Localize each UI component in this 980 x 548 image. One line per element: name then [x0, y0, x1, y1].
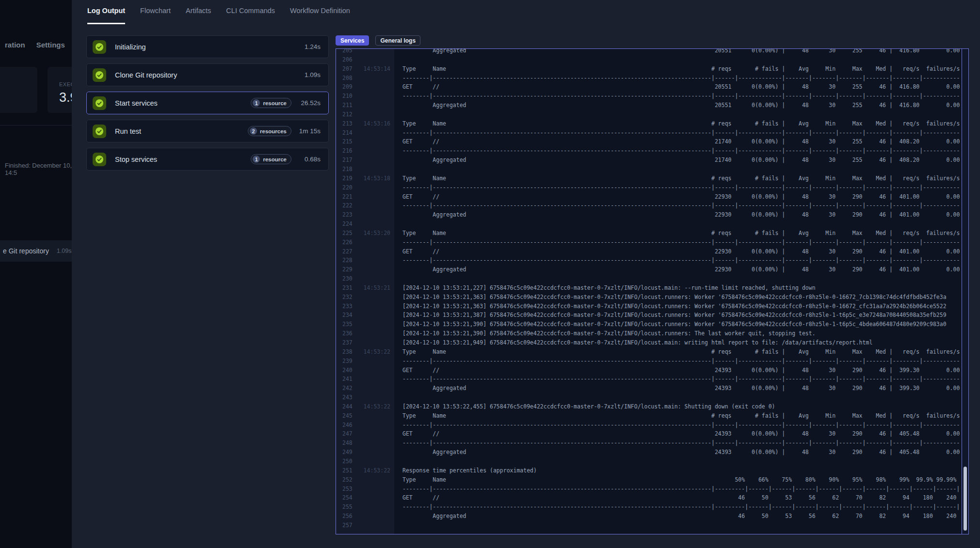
log-line: 206 — [336, 55, 962, 64]
log-line-gutter: 233 — [336, 302, 394, 311]
step-card[interactable]: Run test 2 resources 1m 15s — [86, 120, 329, 142]
log-line-gutter: 206 — [336, 55, 394, 64]
check-icon — [93, 68, 106, 82]
tab-label: Log Output — [87, 7, 125, 15]
log-line: 208--------|----------------------------… — [336, 74, 962, 83]
log-line: 228--------|----------------------------… — [336, 256, 962, 265]
log-text: GET // 21740 0(0.00%) | 48 30 255 46 | 4… — [394, 137, 962, 146]
log-line: 211 Aggregated 20551 0(0.00%) | 48 30 25… — [336, 101, 962, 110]
log-line-gutter: 222 — [336, 201, 394, 210]
log-line: 246--------|----------------------------… — [336, 421, 962, 430]
log-line-gutter: 216 — [336, 146, 394, 156]
log-line-gutter: 242 — [336, 384, 394, 393]
log-filter-button[interactable]: Services — [336, 35, 369, 46]
log-line: 254GET // 46 50 53 56 62 70 82 94 180 24… — [336, 493, 962, 502]
line-number: 253 — [342, 485, 353, 494]
log-text: Response time percentiles (approximated) — [394, 466, 962, 475]
step-card[interactable]: Stop services 1 resource 0.68s — [86, 148, 329, 171]
step-duration: 1.24s — [298, 43, 321, 50]
step-label: Start services — [115, 99, 251, 107]
log-line: 256 Aggregated 46 50 53 56 62 70 82 94 1… — [336, 512, 962, 521]
line-number: 242 — [342, 384, 353, 393]
log-line-gutter: 220 — [336, 183, 394, 192]
tab[interactable]: Flowchart — [140, 7, 171, 24]
step-label: Stop services — [115, 156, 251, 163]
log-line-gutter: 20714:53:14 — [336, 64, 394, 74]
log-text: [2024-12-10 13:53:22,455] 6758476c5c09e4… — [394, 402, 962, 411]
log-line: 221GET // 22930 0(0.00%) | 48 30 290 46 … — [336, 192, 962, 202]
step-duration: 1.09s — [298, 71, 321, 78]
step-card[interactable]: Start services 1 resource 26.52s — [86, 92, 329, 114]
line-number: 217 — [342, 156, 353, 165]
tab[interactable]: Workflow Definition — [290, 7, 350, 24]
resource-count-badge: 2 resources — [248, 126, 291, 136]
log-line-gutter: 25114:53:22 — [336, 466, 394, 475]
scrollbar-thumb[interactable] — [964, 467, 967, 531]
line-number: 221 — [342, 192, 353, 202]
tab-bar: Log Output Flowchart Artifacts CLI Comma… — [72, 0, 980, 24]
log-text: --------|-------------------------------… — [394, 256, 962, 265]
line-number: 210 — [342, 92, 353, 101]
line-number: 252 — [342, 475, 353, 485]
log-filter-button[interactable]: General logs — [375, 35, 420, 46]
log-text — [394, 274, 962, 283]
line-number: 230 — [342, 274, 353, 283]
tab[interactable]: CLI Commands — [226, 7, 275, 24]
log-text: Aggregated 21740 0(0.00%) | 48 30 255 46… — [394, 156, 962, 165]
log-line-gutter: 221 — [336, 192, 394, 202]
tab[interactable]: Artifacts — [186, 7, 211, 24]
log-text: Type Name # reqs # fails | Avg Min Max M… — [394, 64, 962, 74]
log-text: [2024-12-10 13:53:21,363] 6758476c5c09e4… — [394, 302, 962, 311]
log-line: 220--------|----------------------------… — [336, 183, 962, 192]
line-number: 256 — [342, 512, 353, 521]
scrollbar[interactable] — [962, 49, 968, 534]
line-number: 214 — [342, 128, 353, 138]
log-line-gutter: 211 — [336, 101, 394, 110]
timestamp: 14:53:18 — [364, 174, 390, 183]
log-text: [2024-12-10 13:53:21,387] 6758476c5c09e4… — [394, 311, 962, 320]
tab[interactable]: Log Output — [87, 7, 125, 24]
log-line-gutter: 232 — [336, 293, 394, 302]
resource-count: 1 — [253, 156, 260, 163]
log-line-gutter: 235 — [336, 320, 394, 329]
log-line-gutter: 22514:53:20 — [336, 229, 394, 238]
nav-item-configuration[interactable]: ration — [5, 41, 25, 49]
line-number: 213 — [342, 119, 353, 128]
log-text: GET // 46 50 53 56 62 70 82 94 180 240 — [394, 493, 962, 502]
log-text: --------|-------------------------------… — [394, 74, 962, 83]
nav-item-settings[interactable]: Settings — [36, 41, 65, 49]
log-text — [394, 55, 962, 64]
log-text: [2024-12-10 13:53:21,363] 6758476c5c09e4… — [394, 293, 962, 302]
step-duration: 0.68s — [298, 156, 321, 163]
divider — [0, 125, 72, 125]
log-line: 224 — [336, 219, 962, 229]
log-text: [2024-12-10 13:53:21,949] 6758476c5c09e4… — [394, 338, 962, 347]
step-card[interactable]: Initializing 1.24s — [86, 35, 329, 58]
line-number: 231 — [342, 283, 353, 293]
log-text: --------|-------------------------------… — [394, 375, 962, 384]
log-line-gutter: 215 — [336, 137, 394, 146]
step-card[interactable]: Clone Git repository 1.09s — [86, 63, 329, 86]
log-output-panel[interactable]: 205 Aggregated 20551 0(0.00%) | 48 30 25… — [336, 48, 969, 534]
log-line-gutter: 21314:53:16 — [336, 119, 394, 128]
log-line: 223 Aggregated 22930 0(0.00%) | 48 30 29… — [336, 210, 962, 219]
log-line: 252Type Name 50% 66% 75% 80% 90% 95% 98%… — [336, 475, 962, 485]
log-line-gutter: 209 — [336, 82, 394, 92]
log-text — [394, 110, 962, 119]
step-label: Clone Git repository — [115, 71, 298, 79]
log-line: 21314:53:16Type Name # reqs # fails | Av… — [336, 119, 962, 128]
step-label: Initializing — [115, 43, 298, 51]
log-text: --------|-------------------------------… — [394, 421, 962, 430]
log-line: 249 Aggregated 24393 0(0.00%) | 48 30 29… — [336, 448, 962, 457]
log-line: 210--------|----------------------------… — [336, 92, 962, 101]
line-number: 237 — [342, 338, 353, 347]
log-line-gutter: 243 — [336, 393, 394, 402]
line-number: 241 — [342, 375, 353, 384]
log-line: 214--------|----------------------------… — [336, 128, 962, 138]
line-number: 224 — [342, 219, 353, 229]
line-number: 211 — [342, 101, 353, 110]
underlay-nav: ration Settings — [5, 41, 65, 49]
underlay-step-row[interactable]: e Git repository 1.09s — [0, 240, 72, 262]
resource-count: 2 — [250, 127, 257, 135]
line-number: 251 — [342, 466, 353, 475]
